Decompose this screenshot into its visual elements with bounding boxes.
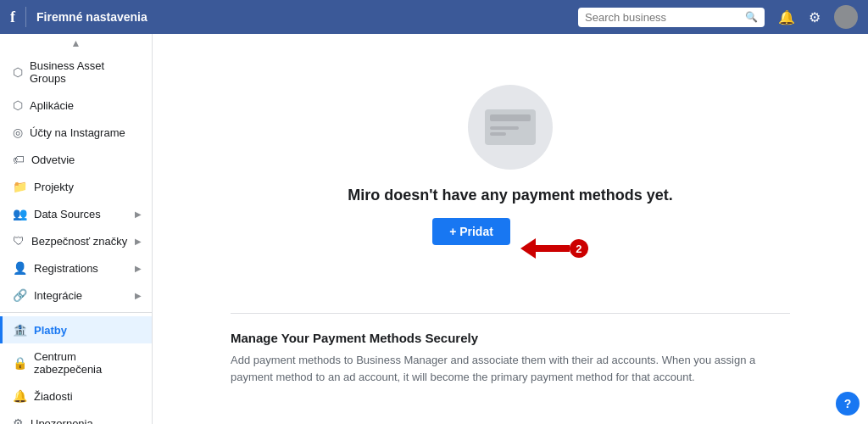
sidebar-item-label-projekty: Projekty	[34, 181, 142, 193]
sidebar-item-label-data-sources: Data Sources	[34, 208, 135, 220]
sidebar-item-registrations[interactable]: 👤Registrations▶	[0, 254, 152, 282]
sidebar-item-data-sources[interactable]: 👥Data Sources▶	[0, 200, 152, 227]
arrow-shaft-2	[536, 245, 570, 252]
business-asset-groups-icon: ⬡	[13, 65, 23, 79]
chevron-right-icon: ▶	[135, 237, 142, 246]
arrow-head-2	[520, 238, 536, 259]
add-payment-button[interactable]: + Pridat	[432, 218, 510, 245]
notifications-icon[interactable]: 🔔	[778, 9, 795, 25]
sidebar: ▲ ⬡Business Asset Groups⬡Aplikácie◎Účty …	[0, 34, 153, 424]
facebook-logo: f	[10, 8, 15, 26]
sidebar-item-aplikacie[interactable]: ⬡Aplikácie	[0, 92, 152, 119]
chevron-right-icon: ▶	[135, 209, 142, 219]
sidebar-item-label-odvetvie: Odvetvie	[31, 153, 142, 166]
main-layout: ▲ ⬡Business Asset Groups⬡Aplikácie◎Účty …	[0, 34, 868, 424]
sidebar-item-upozornenia[interactable]: ⚙Upozornenia	[0, 410, 152, 424]
sidebar-item-label-integracie: Integrácie	[34, 289, 135, 302]
odvetvie-icon: 🏷	[13, 153, 25, 166]
sidebar-item-ucty-instagram[interactable]: ◎Účty na Instagrame	[0, 119, 152, 146]
sidebar-item-label-upozornenia: Upozornenia	[31, 417, 142, 425]
user-avatar[interactable]	[834, 5, 858, 29]
card-line-2	[490, 132, 506, 136]
payment-page: Miro doesn't have any payment methods ye…	[214, 34, 807, 424]
manage-title: Manage Your Payment Methods Securely	[231, 331, 790, 345]
card-line-1	[490, 126, 519, 130]
search-input[interactable]	[585, 11, 742, 24]
sidebar-items: ⬡Business Asset Groups⬡Aplikácie◎Účty na…	[0, 53, 152, 424]
help-icon[interactable]: ?	[836, 392, 860, 416]
sidebar-item-label-bezpecnost: Bezpečnosť značky	[31, 235, 135, 248]
search-bar[interactable]: 🔍	[578, 8, 765, 27]
projekty-icon: 📁	[13, 180, 27, 193]
aplikacie-icon: ⬡	[13, 98, 23, 112]
topbar-actions: 🔔 ⚙	[778, 5, 858, 29]
sidebar-item-label-registrations: Registrations	[34, 262, 135, 275]
chevron-right-icon: ▶	[135, 291, 142, 300]
sidebar-item-label-ziadosti: Žiadosti	[34, 390, 142, 403]
questions-section: Questions? Viac about adding a payment m…	[342, 419, 680, 424]
sidebar-item-centrum-zabezpecenia[interactable]: 🔒Centrum zabezpečenia	[0, 343, 152, 382]
topbar-divider	[25, 7, 26, 27]
topbar: f Firemné nastavenia 🔍 🔔 ⚙	[0, 0, 868, 34]
card-stripe	[490, 114, 531, 121]
main-content: Miro doesn't have any payment methods ye…	[153, 34, 868, 424]
sidebar-item-bezpecnost[interactable]: 🛡Bezpečnosť značky▶	[0, 227, 152, 254]
sidebar-item-integracie[interactable]: 🔗Integrácie▶	[0, 282, 152, 309]
sidebar-item-label-business-asset-groups: Business Asset Groups	[30, 59, 142, 85]
sidebar-item-business-asset-groups[interactable]: ⬡Business Asset Groups	[0, 53, 152, 92]
sidebar-item-label-platby: Platby	[34, 324, 142, 337]
card-lines	[490, 126, 531, 136]
sidebar-divider	[0, 312, 152, 313]
sidebar-scroll-up[interactable]: ▲	[0, 34, 152, 53]
upozornenia-icon: ⚙	[13, 416, 24, 424]
topbar-title: Firemné nastavenia	[36, 10, 578, 24]
sidebar-item-label-ucty-instagram: Účty na Instagrame	[30, 126, 142, 139]
data-sources-icon: 👥	[13, 207, 27, 220]
sidebar-item-label-centrum-zabezpecenia: Centrum zabezpečenia	[34, 350, 142, 376]
platby-icon: 🏦	[13, 323, 27, 337]
payment-card-graphic	[485, 109, 536, 145]
search-icon: 🔍	[745, 11, 758, 23]
sidebar-item-ziadosti[interactable]: 🔔Žiadosti	[0, 382, 152, 410]
sidebar-item-odvetvie[interactable]: 🏷Odvetvie	[0, 146, 152, 173]
annotation-badge-2: 2	[570, 239, 588, 258]
ucty-instagram-icon: ◎	[13, 126, 23, 139]
sidebar-item-platby[interactable]: 🏦Platby1	[0, 316, 152, 343]
integracie-icon: 🔗	[13, 288, 27, 302]
manage-text: Add payment methods to Business Manager …	[231, 352, 790, 385]
chevron-right-icon: ▶	[135, 264, 142, 273]
registrations-icon: 👤	[13, 261, 27, 275]
add-button-row: + Pridat 2	[432, 218, 588, 279]
payment-info-section: Manage Your Payment Methods Securely Add…	[231, 313, 790, 419]
payment-empty-title: Miro doesn't have any payment methods ye…	[348, 187, 672, 204]
centrum-zabezpecenia-icon: 🔒	[13, 356, 27, 370]
settings-icon[interactable]: ⚙	[809, 9, 821, 25]
ziadosti-icon: 🔔	[13, 389, 27, 403]
sidebar-item-projekty[interactable]: 📁Projekty	[0, 173, 152, 200]
bezpecnost-icon: 🛡	[13, 234, 25, 248]
arrow-annotation-2: 2	[520, 238, 588, 259]
payment-empty-illustration	[468, 85, 553, 170]
sidebar-item-label-aplikacie: Aplikácie	[30, 99, 142, 112]
